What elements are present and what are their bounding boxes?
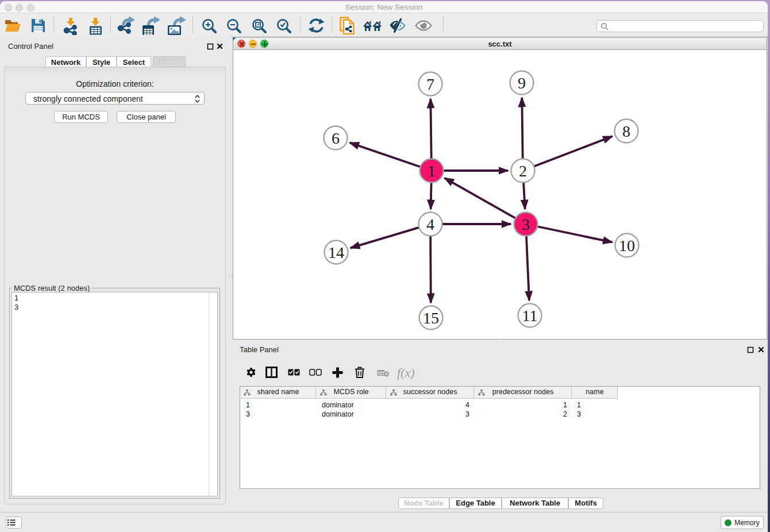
svg-text:6: 6	[332, 129, 340, 147]
svg-text:4: 4	[426, 215, 434, 233]
svg-text:11: 11	[522, 307, 538, 325]
svg-text:15: 15	[423, 309, 439, 327]
svg-text:14: 14	[328, 244, 344, 261]
svg-text:10: 10	[619, 237, 635, 255]
svg-text:9: 9	[518, 74, 526, 92]
svg-text:1: 1	[428, 162, 436, 180]
svg-text:8: 8	[622, 122, 630, 140]
svg-text:2: 2	[519, 162, 527, 180]
svg-text:3: 3	[522, 215, 530, 233]
svg-text:7: 7	[426, 75, 434, 93]
